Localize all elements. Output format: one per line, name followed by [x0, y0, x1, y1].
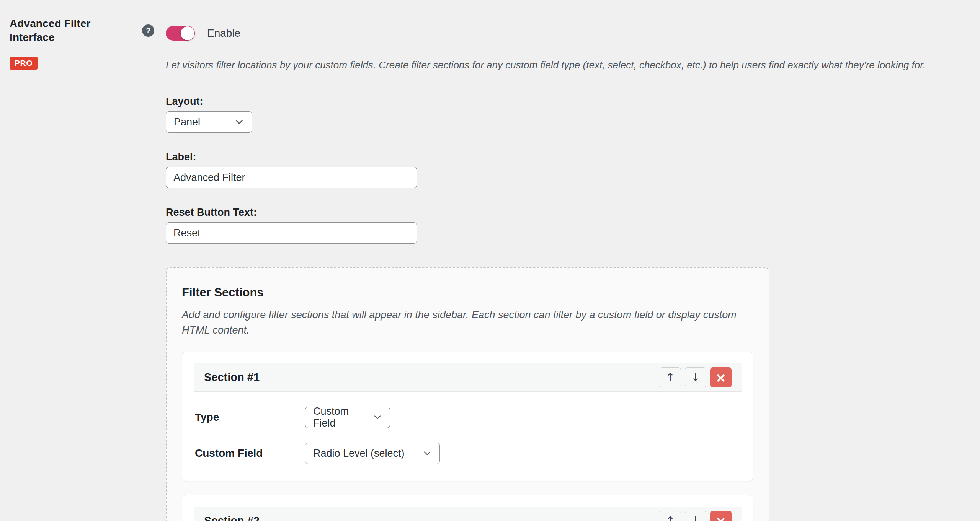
arrow-down-icon: ↓: [691, 372, 700, 383]
layout-select[interactable]: Panel: [166, 111, 252, 133]
filter-sections-panel: Filter Sections Add and configure filter…: [166, 267, 769, 521]
type-row: Type Custom Field: [195, 407, 740, 428]
advanced-filter-setting-row: Advanced Filter Interface ? PRO Enable L…: [0, 0, 980, 521]
reset-text-field-group: Reset Button Text:: [166, 207, 974, 244]
layout-label: Layout:: [166, 96, 974, 107]
reset-button-text-input[interactable]: [166, 222, 417, 244]
move-up-button[interactable]: ↑: [660, 511, 681, 521]
filter-sections-description: Add and configure filter sections that w…: [182, 307, 753, 338]
section-1-actions: ↑ ↓ ×: [660, 367, 732, 387]
arrow-up-icon: ↑: [666, 372, 675, 383]
setting-title: Advanced Filter Interface: [10, 17, 137, 44]
move-up-button[interactable]: ↑: [660, 367, 681, 387]
chevron-down-icon: [372, 412, 383, 423]
arrow-down-icon: ↓: [691, 515, 700, 521]
section-2-actions: ↑ ↓ ×: [660, 511, 732, 521]
type-label: Type: [195, 411, 305, 423]
label-field-group: Label:: [166, 151, 974, 188]
section-card-2: Section #2 ↑ ↓ ×: [182, 495, 753, 521]
arrow-up-icon: ↑: [666, 515, 675, 521]
label-input[interactable]: [166, 167, 417, 188]
custom-field-row: Custom Field Radio Level (select): [195, 443, 740, 464]
remove-section-button[interactable]: ×: [710, 511, 732, 521]
setting-description: Let visitors filter locations by your cu…: [166, 58, 974, 72]
pro-badge: PRO: [10, 57, 38, 70]
layout-field-group: Layout: Panel: [166, 96, 974, 133]
section-2-title: Section #2: [204, 514, 260, 521]
toggle-knob-icon: [181, 26, 194, 40]
move-down-button[interactable]: ↓: [685, 367, 706, 387]
enable-toggle[interactable]: [166, 26, 195, 41]
filter-sections-title: Filter Sections: [182, 286, 753, 300]
section-1-header: Section #1 ↑ ↓ ×: [194, 363, 742, 392]
type-select[interactable]: Custom Field: [305, 407, 390, 428]
setting-content-column: Enable Let visitors filter locations by …: [166, 0, 980, 521]
section-1-body: Type Custom Field Custom Field Radio Lev…: [194, 392, 742, 469]
custom-field-select[interactable]: Radio Level (select): [305, 443, 440, 464]
section-card-1: Section #1 ↑ ↓ × Type Custom Field: [182, 352, 753, 481]
setting-label-column: Advanced Filter Interface ? PRO: [0, 0, 166, 521]
setting-title-row: Advanced Filter Interface ?: [10, 17, 154, 44]
enable-toggle-row: Enable: [166, 26, 974, 41]
custom-field-label: Custom Field: [195, 447, 305, 459]
layout-select-value: Panel: [174, 116, 200, 128]
section-2-header: Section #2 ↑ ↓ ×: [194, 507, 742, 521]
help-icon[interactable]: ?: [142, 24, 154, 37]
type-select-value: Custom Field: [313, 405, 367, 429]
remove-section-button[interactable]: ×: [710, 367, 732, 387]
chevron-down-icon: [422, 448, 433, 459]
label-field-label: Label:: [166, 151, 974, 163]
chevron-down-icon: [234, 116, 245, 128]
section-1-title: Section #1: [204, 371, 260, 384]
reset-text-label: Reset Button Text:: [166, 207, 974, 218]
close-icon: ×: [715, 514, 727, 521]
enable-toggle-label: Enable: [207, 27, 240, 39]
custom-field-select-value: Radio Level (select): [313, 448, 405, 459]
close-icon: ×: [715, 371, 727, 384]
move-down-button[interactable]: ↓: [685, 511, 706, 521]
